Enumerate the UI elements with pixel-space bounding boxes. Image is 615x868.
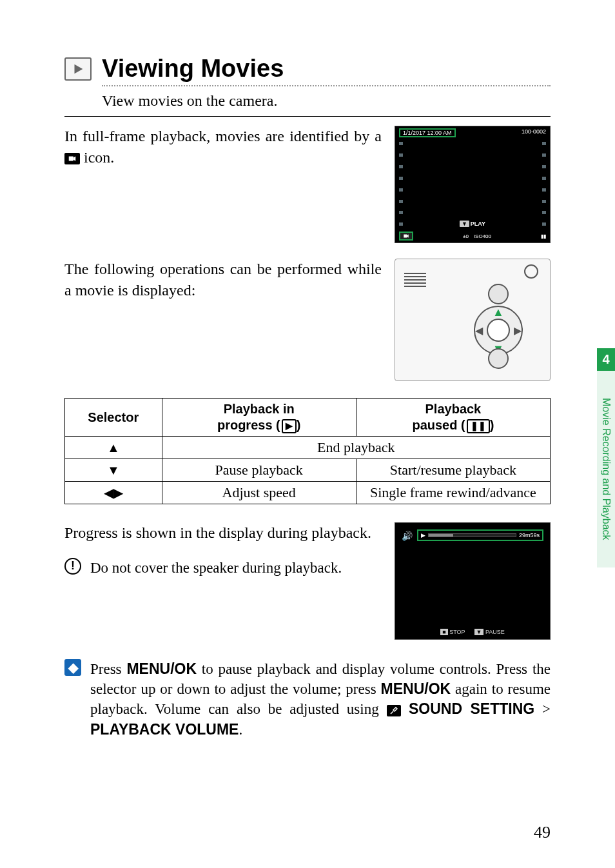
progress-play-icon: ▶ [421, 532, 425, 538]
camera-lcd-playback: 1/1/2017 12:00 AM 100-0002 ▼ PLAY ±0 [395, 126, 551, 243]
operations-intro: The following operations can be performe… [64, 259, 382, 301]
th-paused: Playback paused (❚❚) [356, 399, 550, 437]
camera-body-diagram: ▲ ▼ ◀ ▶ [395, 259, 551, 381]
selector-dpad-icon: ▲ ▼ ◀ ▶ [474, 306, 523, 355]
chapter-number: 4 [597, 348, 615, 371]
lcd-footer: ±0 ISO400 ▮▮ [395, 232, 550, 241]
chapter-side-tab: 4 Movie Recording and Playback [597, 348, 615, 567]
lcd-play-indicator: ▼ PLAY [460, 221, 485, 227]
svg-rect-1 [69, 157, 73, 161]
table-row: ▼ Pause playback Start/resume playback [65, 459, 551, 482]
progress-text: Progress is shown in the display during … [64, 522, 382, 543]
play-icon: ▶ [282, 419, 297, 433]
progress-bar-box: ▶ 29m59s [417, 529, 543, 541]
speaker-icon: 🔊 [402, 531, 413, 541]
progress-time: 29m59s [519, 532, 540, 538]
pause-icon: ❚❚ [467, 419, 490, 433]
selector-down-icon: ▼ [65, 459, 162, 482]
section-rule [64, 116, 551, 117]
page-number: 49 [534, 823, 551, 842]
lcd-movie-badge [399, 232, 413, 241]
tip-text: Press MENU/OK to pause playback and disp… [90, 659, 551, 739]
lcd-battery-icon: ▮▮ [541, 233, 546, 239]
operations-table: Selector Playback in progress (▶) Playba… [64, 398, 551, 504]
table-row: ▲ End playback [65, 437, 551, 459]
lcd-left-ticks [399, 142, 403, 226]
lcd-right-ticks [542, 142, 546, 226]
movie-icon [64, 153, 80, 164]
playback-mode-icon [64, 57, 92, 81]
lcd-datetime: 1/1/2017 12:00 AM [399, 128, 456, 137]
th-progress: Playback in progress (▶) [162, 399, 356, 437]
caution-text: Do not cover the speaker during playback… [90, 558, 342, 578]
svg-marker-2 [73, 157, 76, 161]
page-subtitle: View movies on the camera. [102, 90, 551, 111]
selector-leftright-icon: ◀▶ [65, 482, 162, 504]
selector-up-icon: ▲ [65, 437, 162, 459]
camera-lcd-progress: 🔊 ▶ 29m59s ■ STOP ▼ PAUSE [395, 522, 551, 640]
wrench-icon [387, 705, 401, 716]
tip-icon: ◆ [64, 659, 81, 676]
table-row: ◀▶ Adjust speed Single frame rewind/adva… [65, 482, 551, 504]
page-title: Viewing Movies [102, 55, 284, 83]
th-selector: Selector [65, 399, 162, 437]
progress-bar [428, 533, 516, 537]
svg-marker-4 [407, 235, 409, 238]
svg-rect-3 [404, 235, 407, 238]
title-divider [102, 85, 551, 86]
caution-icon: ! [64, 558, 81, 575]
svg-marker-0 [75, 64, 83, 74]
intro-text: In full-frame playback, movies are ident… [64, 126, 382, 168]
lcd-fileno: 100-0002 [522, 128, 546, 135]
lcd2-footer: ■ STOP ▼ PAUSE [395, 629, 550, 635]
cell-end-playback: End playback [162, 437, 550, 459]
chapter-label: Movie Recording and Playback [597, 371, 615, 567]
